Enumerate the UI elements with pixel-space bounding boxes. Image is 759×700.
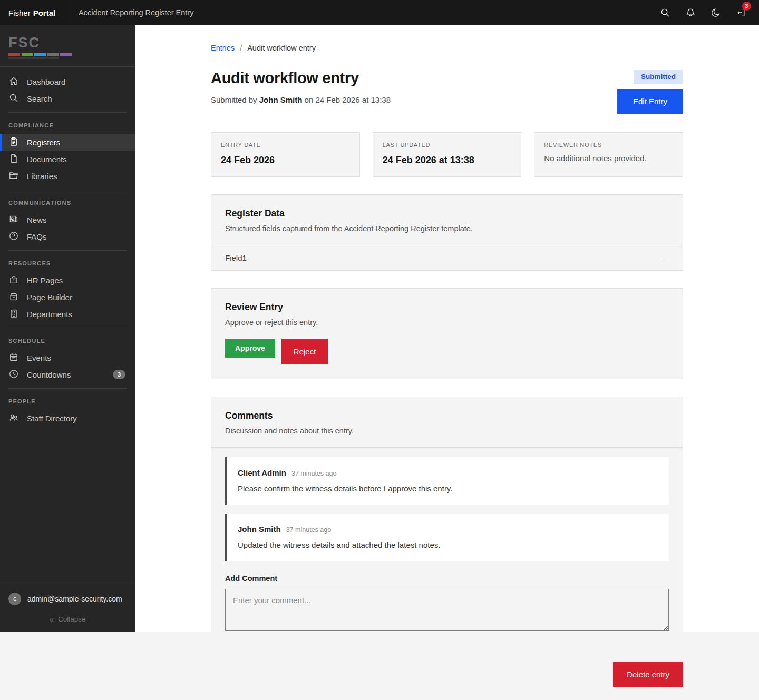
logo-bar	[47, 53, 59, 56]
sidebar-item-page-builder[interactable]: Page Builder	[0, 289, 135, 305]
comment-author: Client Admin	[238, 468, 286, 477]
logo-bar	[34, 53, 46, 56]
delete-entry-button[interactable]: Delete entry	[613, 662, 683, 687]
topbar-actions: 3	[653, 0, 759, 25]
breadcrumb: Entries / Audit workflow entry	[211, 44, 683, 52]
sidebar-item-dashboard[interactable]: Dashboard	[0, 73, 135, 90]
folder-icon	[8, 170, 19, 182]
info-card-label: LAST UPDATED	[383, 142, 512, 148]
sidebar-item-label: Registers	[27, 138, 60, 147]
info-card-value: 24 Feb 2026	[221, 155, 350, 166]
edit-entry-button[interactable]: Edit Entry	[617, 89, 683, 114]
home-icon	[8, 76, 19, 88]
panel-title: Comments	[225, 410, 669, 421]
sidebar-item-label: News	[27, 215, 47, 224]
sidebar-section-communications: COMMUNICATIONS	[0, 195, 135, 211]
sidebar-section-compliance: COMPLIANCE	[0, 118, 135, 134]
sidebar-item-faqs[interactable]: FAQs	[0, 228, 135, 245]
add-comment-label: Add Comment	[225, 574, 669, 583]
comment-timestamp: 37 minutes ago	[291, 470, 336, 477]
sidebar-item-label: HR Pages	[27, 276, 63, 285]
collapse-chevrons-icon: «	[50, 615, 54, 624]
comment-text: Updated the witness details and attached…	[238, 540, 658, 549]
comment-input[interactable]	[225, 589, 669, 631]
logo-bar	[8, 53, 20, 56]
brand-name: Fisher	[8, 8, 31, 17]
avatar: c	[8, 593, 21, 605]
topbar-page-title: Accident Reporting Register Entry	[79, 0, 193, 25]
search-button[interactable]	[653, 0, 678, 25]
sidebar-section-resources: RESOURCES	[0, 256, 135, 272]
sidebar-item-label: Documents	[27, 155, 67, 164]
info-card-value: No additional notes provided.	[544, 154, 673, 163]
sidebar-section-people: PEOPLE	[0, 394, 135, 410]
status-badge: Submitted	[634, 70, 683, 84]
sidebar-item-search[interactable]: Search	[0, 90, 135, 107]
logo-text: FSC	[8, 36, 126, 50]
countdowns-badge: 3	[113, 370, 125, 379]
briefcase-icon	[8, 274, 19, 287]
logo-color-bars	[8, 53, 72, 56]
comment-text: Please confirm the witness details befor…	[238, 484, 658, 493]
sidebar-logo: FSC	[0, 25, 135, 67]
newspaper-icon	[8, 214, 19, 226]
register-field-row: Field1 —	[211, 245, 683, 270]
sidebar-item-label: Countdowns	[27, 370, 71, 379]
notifications-button[interactable]	[678, 0, 703, 25]
help-icon	[8, 231, 19, 243]
submission-meta: Submitted by John Smith on 24 Feb 2026 a…	[211, 95, 391, 104]
notification-count-badge: 3	[742, 2, 751, 11]
breadcrumb-entries-link[interactable]: Entries	[211, 44, 235, 52]
sidebar-item-events[interactable]: Events	[0, 349, 135, 366]
sidebar-item-departments[interactable]: Departments	[0, 305, 135, 322]
entry-date-card: ENTRY DATE 24 Feb 2026	[211, 132, 360, 177]
brand-suffix: Portal	[33, 8, 56, 17]
brand-logo[interactable]: Fisher Portal	[0, 0, 70, 25]
info-card-label: REVIEWER NOTES	[544, 142, 673, 148]
moon-icon	[711, 7, 721, 18]
document-icon	[8, 153, 19, 165]
sidebar-item-label: Departments	[27, 310, 72, 319]
sidebar-item-label: Page Builder	[27, 293, 72, 302]
logo-bar	[60, 53, 72, 56]
page-header: Audit workflow entry Submitted by John S…	[211, 70, 683, 114]
logo-bar	[22, 53, 33, 56]
info-card-value: 24 Feb 2026 at 13:38	[383, 155, 512, 166]
page-title: Audit workflow entry	[211, 70, 391, 87]
meta-prefix: Submitted by	[211, 95, 257, 104]
sidebar-footer: c admin@sample-security.com « Collapse	[0, 584, 135, 632]
logout-button[interactable]: 3	[728, 0, 754, 25]
sidebar-item-label: Events	[27, 353, 51, 362]
approve-button[interactable]: Approve	[225, 339, 275, 358]
main-area: Entries / Audit workflow entry Audit wor…	[135, 25, 759, 632]
panel-title: Review Entry	[225, 302, 669, 313]
sidebar-item-registers[interactable]: Registers	[0, 134, 135, 151]
sidebar-nav: Dashboard Search COMPLIANCE Registers Do…	[0, 67, 135, 427]
comments-panel: Comments Discussion and notes about this…	[211, 397, 683, 632]
search-icon	[660, 7, 670, 18]
panel-description: Approve or reject this entry.	[225, 318, 669, 327]
panel-description: Discussion and notes about this entry.	[225, 427, 669, 435]
sidebar-item-libraries[interactable]: Libraries	[0, 167, 135, 184]
sidebar-item-staff-directory[interactable]: Staff Directory	[0, 410, 135, 427]
meta-author: John Smith	[259, 95, 303, 104]
sidebar-item-hr-pages[interactable]: HR Pages	[0, 272, 135, 289]
sidebar-item-news[interactable]: News	[0, 211, 135, 228]
comment-author: John Smith	[238, 525, 281, 534]
collapse-label: Collapse	[58, 615, 86, 623]
bell-icon	[685, 7, 696, 18]
user-email: admin@sample-security.com	[27, 595, 122, 603]
field-value: —	[661, 253, 669, 262]
reject-button[interactable]: Reject	[281, 339, 328, 364]
calendar-icon	[8, 352, 19, 364]
collapse-sidebar-button[interactable]: « Collapse	[8, 615, 126, 624]
dark-mode-button[interactable]	[703, 0, 728, 25]
sidebar-item-documents[interactable]: Documents	[0, 151, 135, 167]
field-name: Field1	[225, 253, 247, 262]
sidebar-item-label: Dashboard	[27, 77, 65, 86]
comment-item: Client Admin 37 minutes ago Please confi…	[225, 457, 669, 505]
building-icon	[8, 308, 19, 320]
sidebar-item-countdowns[interactable]: Countdowns 3	[0, 366, 135, 383]
user-row: c admin@sample-security.com	[8, 593, 126, 605]
comment-timestamp: 37 minutes ago	[286, 526, 331, 534]
